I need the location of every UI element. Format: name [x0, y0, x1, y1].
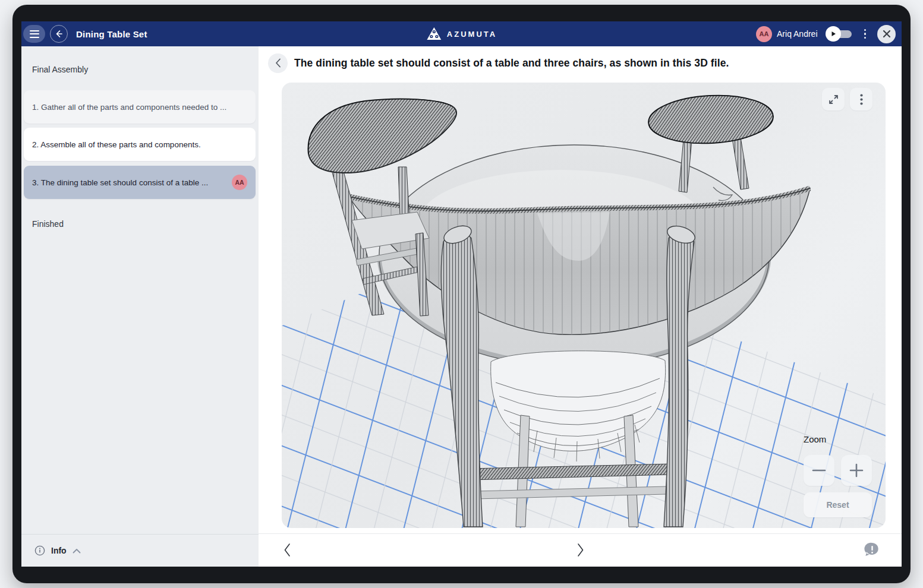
brand-logo: AZUMUTA — [426, 21, 497, 46]
close-button[interactable] — [877, 25, 896, 43]
zoom-label: Zoom — [804, 434, 826, 444]
sidebar-item-step-1[interactable]: 1. Gather all of the parts and component… — [24, 90, 256, 124]
step-label: 3. The dining table set should consist o… — [32, 178, 208, 187]
fullscreen-button[interactable] — [822, 88, 845, 110]
step-navigation-bar — [259, 533, 902, 567]
play-mode-toggle[interactable] — [826, 26, 853, 42]
section-label-finished: Finished — [32, 219, 64, 229]
back-button[interactable] — [50, 25, 68, 43]
sidebar-item-step-3-selected[interactable]: 3. The dining table set should consist o… — [24, 166, 256, 199]
zoom-out-button[interactable] — [804, 455, 834, 486]
zoom-in-button[interactable] — [841, 455, 872, 486]
play-icon — [826, 26, 841, 42]
3d-viewer[interactable]: Zoom Reset — [282, 83, 886, 528]
main-content: The dining table set should consist of a… — [259, 46, 902, 567]
steps-sidebar: Final Assembly 1. Gather all of the part… — [21, 46, 259, 567]
top-navigation-bar: Dining Table Set AZUMUTA AA Ariq Andrei — [21, 21, 902, 46]
instruction-header: The dining table set should consist of a… — [259, 46, 902, 80]
chevron-left-icon — [280, 542, 295, 558]
user-avatar[interactable]: AA — [756, 26, 772, 42]
3d-model-dining-set — [282, 83, 886, 528]
expand-icon — [829, 94, 839, 105]
chevron-right-icon — [572, 542, 588, 558]
reset-view-button[interactable]: Reset — [804, 492, 872, 517]
info-icon — [34, 545, 45, 556]
step-label: 1. Gather all of the parts and component… — [32, 103, 226, 112]
next-step-button[interactable] — [572, 542, 588, 558]
collapse-step-button[interactable] — [268, 53, 288, 73]
report-issue-button[interactable] — [864, 542, 880, 560]
chevron-up-icon[interactable] — [73, 548, 81, 554]
viewer-options-button[interactable] — [850, 88, 872, 110]
hamburger-menu-icon[interactable] — [23, 25, 45, 43]
step-label: 2. Assemble all of these parts and compo… — [32, 140, 201, 149]
instruction-title: The dining table set should consist of a… — [294, 57, 729, 69]
azumuta-logo-icon — [426, 27, 442, 41]
step-assignee-badge: AA — [232, 175, 247, 190]
brand-name: AZUMUTA — [447, 30, 497, 39]
sidebar-item-step-2[interactable]: 2. Assemble all of these parts and compo… — [24, 128, 256, 161]
plus-icon — [849, 463, 864, 478]
section-label-final-assembly: Final Assembly — [32, 65, 88, 74]
info-label: Info — [51, 546, 67, 555]
previous-step-button[interactable] — [280, 542, 295, 558]
close-icon — [883, 30, 891, 38]
kebab-menu-icon[interactable] — [861, 27, 870, 42]
user-name: Ariq Andrei — [777, 29, 817, 39]
minus-icon — [811, 463, 827, 478]
reset-label: Reset — [826, 500, 849, 510]
chevron-left-icon — [275, 58, 281, 68]
sidebar-info-bar[interactable]: Info — [21, 534, 259, 567]
feedback-exclamation-icon — [864, 542, 880, 558]
window-title: Dining Table Set — [76, 29, 147, 39]
back-arrow-icon — [54, 29, 64, 39]
more-options-icon — [860, 94, 863, 105]
azumuta-app: Dining Table Set AZUMUTA AA Ariq Andrei — [21, 21, 902, 567]
device-window: Dining Table Set AZUMUTA AA Ariq Andrei — [12, 5, 911, 583]
